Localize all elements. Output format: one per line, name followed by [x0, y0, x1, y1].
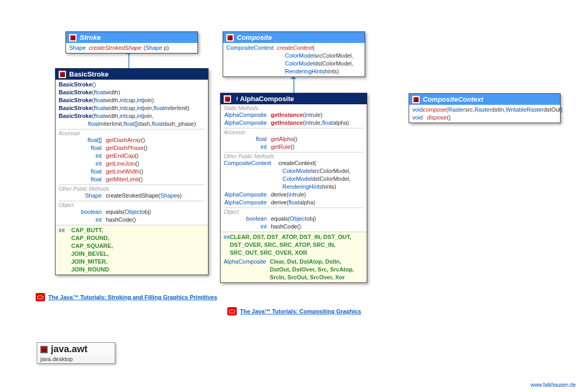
- static-row: AlphaCompositegetInstance (int rule, flo…: [224, 119, 364, 127]
- const-row: JOIN_BEVEL,: [59, 250, 205, 258]
- accessor-label: Accessor: [224, 129, 364, 135]
- const-row: JOIN_ROUND: [59, 266, 205, 274]
- stroke-header: Stroke: [66, 32, 198, 43]
- dispose-row: voiddispose (): [412, 114, 557, 122]
- const-row: JOIN_MITER,: [59, 258, 205, 266]
- section-object: Object booleanequals (Object obj) inthas…: [224, 208, 364, 231]
- stroke-method-row: Shape createStrokedShape (Shape p): [69, 44, 194, 52]
- equals-row: booleanequals (Object obj): [224, 215, 364, 223]
- basicstroke-header: BasicStroke: [56, 69, 208, 80]
- section-accessor: Accessor float[]getDashArray () floatget…: [59, 129, 205, 183]
- composite-header: Composite: [223, 32, 365, 43]
- basicstroke-body: BasicStroke () BasicStroke (float width)…: [56, 80, 208, 225]
- object-label: Object: [59, 202, 205, 208]
- footer-link[interactable]: www.falkhausen.de: [531, 382, 576, 388]
- accessor-row: floatgetMiterLimit (): [59, 176, 205, 183]
- obj-const-row: AlphaComposite Clear, Dst, DstAtop, DstI…: [224, 258, 364, 281]
- compositecontext-title: CompositeContext: [423, 95, 484, 103]
- hash-row: inthashCode (): [224, 223, 364, 231]
- package-name: java.awt: [51, 344, 87, 355]
- package-box: java.awt java.desktop: [37, 342, 115, 364]
- package-module: java.desktop: [37, 356, 115, 363]
- basicstroke-constants: intCAP_BUTT, CAP_ROUND, CAP_SQUARE, JOIN…: [56, 225, 208, 275]
- connector-stroke-basicstroke: [128, 52, 129, 68]
- composite-body: CompositeContextcreateContext ( ColorMod…: [223, 43, 365, 77]
- const-row: CAP_ROUND,: [59, 234, 205, 242]
- composite-row: ColorModel srcColorModel,: [226, 52, 361, 60]
- ctor-row-cont: float miterlimit, float[] dash, float da…: [59, 120, 205, 128]
- accessor-row: float[]getDashArray (): [59, 136, 205, 144]
- package-header: java.awt: [37, 343, 115, 356]
- basicstroke-title: BasicStroke: [69, 70, 108, 78]
- const-row: intCAP_BUTT,: [59, 226, 205, 234]
- oracle-icon: [36, 293, 45, 301]
- composite-row: ColorModel dstColorModel,: [226, 60, 361, 68]
- accessor-row: intgetEndCap (): [59, 152, 205, 160]
- stroke-method-ret: Shape: [69, 44, 86, 52]
- other-row: ShapecreateStrokedShape (Shape s): [59, 192, 205, 200]
- accessor-row: intgetLineJoin (): [59, 160, 205, 168]
- section-other: Other Public Methods CompositeContextcre…: [224, 152, 364, 206]
- class-alphacomposite: f AlphaComposite Static Methods AlphaCom…: [220, 93, 367, 283]
- accessor-row: intgetRule (): [224, 143, 364, 151]
- other-row: ColorModel dstColorModel,: [224, 175, 364, 183]
- static-row: AlphaCompositegetInstance (int rule): [224, 111, 364, 119]
- compositecontext-header: CompositeContext: [409, 94, 560, 105]
- interface-icon: [412, 96, 420, 103]
- class-compositecontext: CompositeContext voidcompose (Raster src…: [409, 93, 561, 123]
- class-composite: Composite CompositeContextcreateContext …: [223, 31, 365, 77]
- section-other: Other Public Methods ShapecreateStrokedS…: [59, 184, 205, 200]
- accessor-label: Accessor: [59, 130, 205, 136]
- class-basicstroke: BasicStroke BasicStroke () BasicStroke (…: [55, 68, 209, 275]
- stroke-body: Shape createStrokedShape (Shape p): [66, 43, 198, 53]
- ctor-row: BasicStroke (): [59, 81, 205, 89]
- other-row: AlphaCompositederive (int rule): [224, 191, 364, 199]
- oracle-icon: [227, 307, 237, 315]
- accessor-row: floatgetDashPhase (): [59, 144, 205, 152]
- ctor-row: BasicStroke (float width, int cap, int j…: [59, 104, 205, 112]
- const-row: CAP_SQUARE,: [59, 242, 205, 250]
- ctor-row: BasicStroke (float width, int cap, int j…: [59, 112, 205, 120]
- other-row: CompositeContextcreateContext (: [224, 159, 364, 167]
- stroke-method-name: createStrokedShape: [89, 44, 141, 52]
- tutorial-link-composite[interactable]: The Java™ Tutorials: Compositing Graphic…: [227, 307, 361, 315]
- alphacomposite-header: f AlphaComposite: [221, 93, 367, 104]
- other-row: RenderingHints hints): [224, 183, 364, 191]
- section-object: Object booleanequals (Object obj) inthas…: [59, 201, 205, 224]
- link-stroke-text[interactable]: The Java™ Tutorials: Stroking and Fillin…: [48, 294, 217, 300]
- equals-row: booleanequals (Object obj): [59, 208, 205, 216]
- final-marker: f: [236, 96, 238, 102]
- class-icon: [59, 71, 66, 78]
- interface-icon: [226, 34, 234, 41]
- accessor-row: floatgetAlpha (): [224, 135, 364, 143]
- composite-row: CompositeContextcreateContext (: [226, 44, 361, 52]
- section-accessor: Accessor floatgetAlpha () intgetRule (): [224, 128, 364, 151]
- ctor-row: BasicStroke (float width, int cap, int j…: [59, 96, 205, 104]
- class-icon: [224, 95, 231, 103]
- ctor-row: BasicStroke (float width): [59, 89, 205, 96]
- composite-title: Composite: [237, 34, 272, 41]
- class-stroke: Stroke Shape createStrokedShape (Shape p…: [65, 31, 198, 53]
- other-row: ColorModel srcColorModel,: [224, 167, 364, 175]
- stroke-method-params: (Shape p): [144, 44, 169, 52]
- int-const-row: int CLEAR, DST, DST_ATOP, DST_IN, DST_OU…: [224, 233, 364, 257]
- link-composite-text[interactable]: The Java™ Tutorials: Compositing Graphic…: [240, 308, 361, 314]
- other-label: Other Public Methods: [224, 154, 364, 159]
- alphacomposite-constants: int CLEAR, DST, DST_ATOP, DST_IN, DST_OU…: [221, 232, 367, 282]
- accessor-row: floatgetLineWidth (): [59, 168, 205, 176]
- interface-icon: [69, 34, 76, 41]
- composite-row: RenderingHints hints): [226, 68, 361, 75]
- package-icon: [40, 346, 48, 353]
- compositecontext-body: voidcompose (Raster src, Raster dstIn, W…: [409, 105, 560, 123]
- alphacomposite-body: Static Methods AlphaCompositegetInstance…: [221, 104, 367, 232]
- compose-row: voidcompose (Raster src, Raster dstIn, W…: [412, 106, 557, 114]
- static-label: Static Methods: [224, 105, 364, 111]
- object-label: Object: [224, 209, 364, 215]
- other-row: AlphaCompositederive (float alpha): [224, 199, 364, 206]
- tutorial-link-stroke[interactable]: The Java™ Tutorials: Stroking and Fillin…: [36, 293, 217, 301]
- hash-row: inthashCode (): [59, 216, 205, 224]
- alphacomposite-title: AlphaComposite: [240, 95, 294, 103]
- stroke-title: Stroke: [80, 34, 101, 41]
- other-label: Other Public Methods: [59, 186, 205, 192]
- connector-composite-alpha: [293, 78, 294, 93]
